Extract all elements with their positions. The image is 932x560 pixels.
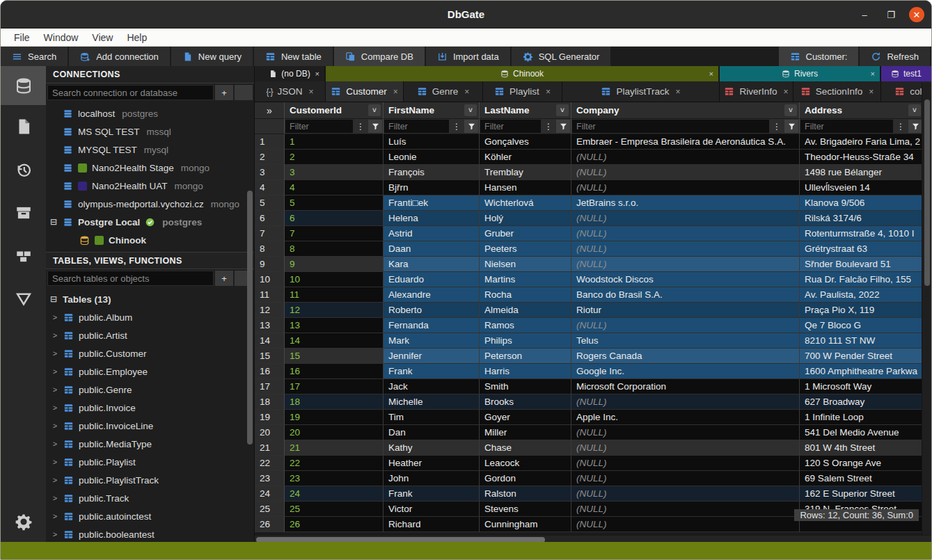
close-button[interactable]: ✕ — [909, 7, 924, 22]
chevron-down-icon[interactable]: ˅ — [784, 104, 797, 116]
cell-customerid[interactable]: 15 — [285, 349, 384, 364]
cell-firstname[interactable]: Leonie — [384, 150, 480, 165]
sidebar-filter-triangle-button[interactable] — [1, 278, 46, 321]
cell-company[interactable]: Woodstock Discos — [571, 272, 800, 287]
cell-address[interactable]: Klanova 9/506 — [800, 195, 924, 211]
compare-db-button[interactable]: Compare DB — [334, 47, 426, 66]
cell-lastname[interactable]: Brooks — [480, 394, 571, 410]
row-number[interactable]: 5 — [255, 195, 285, 211]
row-number[interactable]: 1 — [255, 134, 285, 150]
filter-input-customerid[interactable] — [285, 120, 353, 133]
cell-lastname[interactable]: Almeida — [480, 303, 571, 318]
cell-company[interactable]: (NULL) — [571, 502, 800, 517]
cell-firstname[interactable]: Alexandre — [384, 287, 480, 303]
column-header-company[interactable]: Company˅ — [571, 102, 800, 119]
cell-customerid[interactable]: 21 — [285, 440, 384, 456]
chevron-right-icon[interactable]: > — [52, 403, 58, 412]
column-header-firstname[interactable]: FirstName˅ — [384, 102, 480, 119]
row-number[interactable]: 11 — [255, 287, 285, 303]
cell-address[interactable]: 1 Infinite Loop — [800, 410, 924, 425]
table-item-public-autoinctest[interactable]: >public.autoinctest — [46, 507, 254, 525]
table-item-public-artist[interactable]: >public.Artist — [46, 326, 254, 344]
collapse-icon[interactable]: ⊟ — [49, 217, 58, 227]
table-item-public-booleantest[interactable]: >public.booleantest — [46, 525, 254, 543]
cell-company[interactable]: JetBrains s.r.o. — [571, 195, 800, 211]
sidebar-history-button[interactable] — [1, 148, 46, 191]
chevron-down-icon[interactable]: ˅ — [368, 104, 381, 116]
connections-search-input[interactable] — [47, 85, 214, 100]
new-table-button[interactable]: New table — [254, 47, 334, 66]
connections-refresh-button[interactable] — [235, 85, 253, 100]
funnel-icon[interactable] — [556, 120, 570, 133]
cell-firstname[interactable]: Bjřrn — [384, 180, 480, 195]
row-number[interactable]: 24 — [255, 486, 285, 502]
cell-company[interactable]: (NULL) — [571, 394, 800, 410]
cell-lastname[interactable]: Stevens — [480, 502, 571, 517]
close-icon[interactable]: × — [546, 87, 551, 97]
cell-customerid[interactable]: 19 — [285, 410, 384, 425]
cell-firstname[interactable]: Victor — [384, 502, 480, 517]
cell-lastname[interactable]: Martins — [480, 272, 571, 287]
cell-company[interactable]: Riotur — [571, 303, 800, 318]
chevron-right-icon[interactable]: > — [52, 313, 58, 321]
cell-company[interactable]: (NULL) — [571, 257, 800, 272]
menu-file[interactable]: File — [8, 31, 36, 45]
cell-lastname[interactable]: Ralston — [480, 486, 571, 502]
table-item-public-mediatype[interactable]: >public.MediaType — [46, 435, 254, 453]
cell-firstname[interactable]: Dan — [384, 425, 480, 440]
cell-company[interactable]: (NULL) — [571, 517, 800, 532]
column-header-lastname[interactable]: LastName˅ — [480, 102, 571, 119]
sidebar-plugins-button[interactable] — [1, 234, 46, 278]
row-number[interactable]: 14 — [255, 333, 285, 349]
cell-customerid[interactable]: 5 — [285, 195, 384, 211]
cell-address[interactable]: Av. Brigadeiro Faria Lima, 2 — [800, 134, 924, 150]
tab-riverinfo[interactable]: RiverInfo× — [720, 81, 793, 102]
filter-input-address[interactable] — [800, 120, 893, 133]
cell-address[interactable]: 1498 rue Bélanger — [800, 165, 924, 180]
cell-address[interactable]: Praça Pio X, 119 — [800, 303, 924, 318]
cell-company[interactable]: Google Inc. — [571, 364, 800, 379]
collapse-icon[interactable]: ⊟ — [49, 294, 58, 304]
cell-address[interactable]: Rotenturmstraße 4, 1010 I — [800, 226, 924, 241]
sidebar-file-button[interactable] — [1, 105, 46, 148]
filter-menu-button[interactable]: ⋮ — [770, 120, 784, 133]
cell-firstname[interactable]: Kara — [384, 257, 480, 272]
cell-address[interactable]: 162 E Superior Street — [800, 486, 924, 502]
tab-group-rivers[interactable]: Rivers× — [720, 66, 881, 81]
table-item-public-playlisttrack[interactable]: >public.PlaylistTrack — [46, 471, 254, 489]
cell-company[interactable]: (NULL) — [571, 456, 800, 471]
cell-company[interactable]: Microsoft Corporation — [571, 379, 800, 394]
row-number[interactable]: 23 — [255, 471, 285, 486]
cell-customerid[interactable]: 3 — [285, 165, 384, 180]
cell-lastname[interactable]: Cunningham — [480, 517, 571, 532]
add-connection-button[interactable]: Add connection — [69, 47, 171, 66]
cell-lastname[interactable]: Nielsen — [480, 257, 571, 272]
row-number[interactable]: 3 — [255, 165, 285, 180]
tab-group-chinook[interactable]: Chinook× — [326, 66, 720, 81]
table-item-public-album[interactable]: >public.Album — [46, 308, 254, 326]
cell-firstname[interactable]: Kathy — [384, 440, 480, 456]
row-number[interactable]: 19 — [255, 410, 285, 425]
cell-company[interactable]: (NULL) — [571, 318, 800, 333]
search-button[interactable]: Search — [1, 47, 69, 66]
cell-company[interactable]: (NULL) — [571, 241, 800, 257]
connection-mysql-test[interactable]: MYSQL TESTmysql — [46, 141, 254, 159]
row-number[interactable]: 21 — [255, 440, 285, 456]
tab-customer[interactable]: Customer× — [326, 81, 404, 102]
cell-address[interactable]: Av. Paulista, 2022 — [800, 287, 924, 303]
connection-nano2health-uat[interactable]: Nano2Health UATmongo — [46, 177, 254, 195]
filter-input-firstname[interactable] — [384, 120, 449, 133]
row-number[interactable]: 6 — [255, 211, 285, 226]
close-icon[interactable]: × — [464, 87, 469, 97]
row-number[interactable]: 8 — [255, 241, 285, 257]
cell-firstname[interactable]: Fernanda — [384, 318, 480, 333]
cell-address[interactable]: 541 Del Medio Avenue — [800, 425, 924, 440]
cell-customerid[interactable]: 23 — [285, 471, 384, 486]
cell-company[interactable]: (NULL) — [571, 180, 800, 195]
filter-menu-button[interactable]: ⋮ — [354, 120, 368, 133]
row-number[interactable]: 9 — [255, 257, 285, 272]
row-number[interactable]: 2 — [255, 150, 285, 165]
refresh-button[interactable]: Refresh — [860, 47, 931, 66]
cell-customerid[interactable]: 2 — [285, 150, 384, 165]
tables-plus-button[interactable]: + — [215, 271, 233, 286]
